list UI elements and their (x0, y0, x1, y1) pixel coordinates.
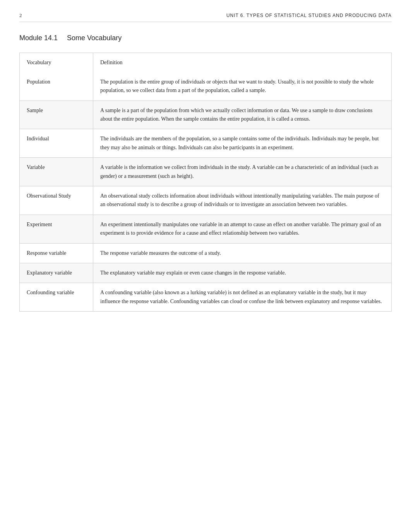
col-header-definition: Definition (93, 53, 392, 72)
page-title-header: UNIT 6. TYPES OF STATISTICAL STUDIES AND… (226, 12, 392, 19)
term-cell: Explanatory variable (20, 263, 93, 283)
module-heading: Module 14.1 Some Vocabulary (19, 33, 392, 43)
table-row: Observational StudyAn observational stud… (20, 186, 392, 215)
term-cell: Variable (20, 158, 93, 186)
definition-cell: The response variable measures the outco… (93, 243, 392, 263)
page-number: 2 (19, 12, 22, 19)
definition-cell: The population is the entire group of in… (93, 72, 392, 101)
module-number: Module 14.1 (19, 33, 58, 43)
page-header: 2 UNIT 6. TYPES OF STATISTICAL STUDIES A… (19, 12, 392, 22)
table-row: ExperimentAn experiment intentionally ma… (20, 215, 392, 243)
definition-cell: A sample is a part of the population fro… (93, 101, 392, 129)
definition-cell: The explanatory variable may explain or … (93, 263, 392, 283)
term-cell: Sample (20, 101, 93, 129)
table-row: IndividualThe individuals are the member… (20, 129, 392, 158)
term-cell: Observational Study (20, 186, 93, 215)
term-cell: Population (20, 72, 93, 101)
definition-cell: An experiment intentionally manipulates … (93, 215, 392, 243)
term-cell: Response variable (20, 243, 93, 263)
table-row: Response variableThe response variable m… (20, 243, 392, 263)
table-row: Confounding variableA confounding variab… (20, 283, 392, 312)
table-row: PopulationThe population is the entire g… (20, 72, 392, 101)
term-cell: Confounding variable (20, 283, 93, 312)
table-row: Explanatory variableThe explanatory vari… (20, 263, 392, 283)
col-header-vocabulary: Vocabulary (20, 53, 93, 72)
table-row: SampleA sample is a part of the populati… (20, 101, 392, 129)
definition-cell: An observational study collects informat… (93, 186, 392, 215)
definition-cell: A confounding variable (also known as a … (93, 283, 392, 312)
vocabulary-table: Vocabulary Definition PopulationThe popu… (19, 53, 392, 312)
table-header-row: Vocabulary Definition (20, 53, 392, 72)
definition-cell: The individuals are the members of the p… (93, 129, 392, 158)
term-cell: Individual (20, 129, 93, 158)
table-row: VariableA variable is the information we… (20, 158, 392, 186)
term-cell: Experiment (20, 215, 93, 243)
definition-cell: A variable is the information we collect… (93, 158, 392, 186)
module-name: Some Vocabulary (67, 33, 122, 43)
